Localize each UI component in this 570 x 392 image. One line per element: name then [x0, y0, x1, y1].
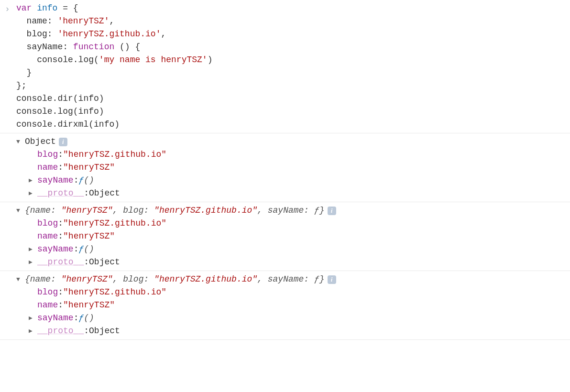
prop-key-name: name — [37, 299, 58, 312]
prop-proto-row[interactable]: ▶ __proto__: Object — [16, 256, 570, 269]
func-paren: () — [84, 312, 94, 325]
fn-close: } — [16, 68, 32, 77]
object-summary: {name: "henryTSZ", blog: "henryTSZ.githu… — [25, 273, 325, 286]
colon: : — [84, 187, 89, 200]
sum-k1: name: — [30, 274, 61, 284]
disclosure-right-icon[interactable]: ▶ — [29, 314, 35, 323]
colon: : — [74, 312, 79, 325]
fn-body-suffix: ) — [208, 55, 213, 65]
prop-blog-row[interactable]: blog: "henryTSZ.github.io" — [16, 148, 570, 161]
prop-val-proto: Object — [89, 256, 120, 269]
sep: , — [113, 274, 123, 284]
prop-val-blog: "henryTSZ.github.io" — [63, 148, 166, 161]
input-prompt-icon: › — [5, 2, 16, 131]
sum-v1: "henryTSZ" — [61, 206, 113, 215]
object-summary: {name: "henryTSZ", blog: "henryTSZ.githu… — [25, 204, 325, 217]
output-log: ▼ {name: "henryTSZ", blog: "henryTSZ.git… — [0, 202, 570, 271]
disclosure-right-icon[interactable]: ▶ — [29, 176, 35, 185]
prop-key-name: name — [37, 230, 58, 243]
call-console-log: console.log(info) — [16, 107, 104, 116]
sum-k2: blog: — [123, 274, 154, 284]
colon: : — [58, 217, 63, 230]
output-dir: ▼ Object i blog: "henryTSZ.github.io" na… — [0, 133, 570, 202]
output-dirxml: ▼ {name: "henryTSZ", blog: "henryTSZ.git… — [0, 271, 570, 340]
code-input[interactable]: var info = { name: 'henryTSZ', blog: 'he… — [16, 2, 212, 131]
object-header-row[interactable]: ▼ {name: "henryTSZ", blog: "henryTSZ.git… — [16, 273, 570, 286]
sum-v2: "henryTSZ.github.io" — [154, 274, 257, 284]
string-name: 'henryTSZ' — [57, 16, 109, 26]
colon: : — [58, 161, 63, 174]
func-f: ƒ — [78, 174, 84, 187]
prop-val-name: "henryTSZ" — [63, 161, 115, 174]
colon: : — [84, 325, 89, 338]
prop-proto-row[interactable]: ▶ __proto__: Object — [16, 187, 570, 200]
keyword-var: var — [16, 3, 32, 13]
prop-key-sayname: sayName — [37, 312, 74, 325]
info-icon[interactable]: i — [328, 207, 336, 215]
brace: { — [25, 274, 30, 284]
sum-v2: "henryTSZ.github.io" — [154, 206, 257, 215]
prop-key-blog: blog — [37, 148, 58, 161]
info-icon[interactable]: i — [59, 138, 67, 146]
prop-name-row[interactable]: name: "henryTSZ" — [16, 230, 570, 243]
operator-eq: = — [57, 3, 73, 13]
prop-key-sayname: sayName — [37, 243, 74, 256]
brace-open: { — [73, 3, 78, 13]
identifier-info: info — [37, 3, 57, 13]
prop-key-proto: __proto__ — [37, 325, 84, 338]
prop-name-row[interactable]: name: "henryTSZ" — [16, 299, 570, 312]
brace: } — [319, 274, 325, 284]
prop-proto-row[interactable]: ▶ __proto__: Object — [16, 325, 570, 338]
disclosure-right-icon[interactable]: ▶ — [29, 245, 35, 254]
prop-key-blog: blog — [37, 286, 58, 299]
prop-key-proto: __proto__ — [37, 256, 84, 269]
prop-val-proto: Object — [89, 187, 120, 200]
disclosure-right-icon[interactable]: ▶ — [29, 258, 35, 267]
func-paren: () — [84, 174, 94, 187]
colon: : — [84, 256, 89, 269]
fn-sig: () { — [114, 42, 140, 52]
sep: , — [257, 274, 268, 284]
sum-k3: sayName: — [268, 206, 314, 215]
disclosure-down-icon[interactable]: ▼ — [16, 275, 23, 284]
prop-blog-row[interactable]: blog: "henryTSZ.github.io" — [16, 286, 570, 299]
sum-v3: ƒ — [314, 206, 319, 215]
prop-val-blog: "henryTSZ.github.io" — [63, 217, 166, 230]
info-icon[interactable]: i — [328, 275, 336, 284]
disclosure-down-icon[interactable]: ▼ — [16, 137, 23, 147]
sum-k2: blog: — [123, 206, 154, 215]
keyword-function: function — [73, 42, 114, 52]
func-paren: () — [84, 243, 94, 256]
disclosure-down-icon[interactable]: ▼ — [16, 206, 23, 216]
disclosure-right-icon[interactable]: ▶ — [29, 189, 35, 198]
colon: : — [58, 286, 63, 299]
fn-body-prefix: console.log( — [16, 55, 99, 65]
prop-key-proto: __proto__ — [37, 187, 84, 200]
sum-k1: name: — [30, 206, 61, 215]
disclosure-right-icon[interactable]: ▶ — [29, 327, 35, 336]
prop-name-key: name: — [16, 16, 57, 26]
prop-sayname-row[interactable]: ▶ sayName: ƒ () — [16, 243, 570, 256]
sep: , — [257, 206, 268, 215]
sep: , — [113, 206, 123, 215]
colon: : — [74, 174, 79, 187]
object-header-row[interactable]: ▼ {name: "henryTSZ", blog: "henryTSZ.git… — [16, 204, 570, 217]
prop-key-blog: blog — [37, 217, 58, 230]
prop-val-proto: Object — [89, 325, 120, 338]
prop-sayname-row[interactable]: ▶ sayName: ƒ () — [16, 174, 570, 187]
object-header-row[interactable]: ▼ Object i — [16, 135, 570, 148]
prop-sayname-row[interactable]: ▶ sayName: ƒ () — [16, 312, 570, 325]
brace: } — [319, 206, 325, 215]
colon: : — [74, 243, 79, 256]
console-input-block: › var info = { name: 'henryTSZ', blog: '… — [0, 0, 570, 133]
string-blog: 'henryTSZ.github.io' — [57, 29, 161, 39]
prop-name-row[interactable]: name: "henryTSZ" — [16, 161, 570, 174]
comma-1: , — [109, 16, 114, 26]
sum-v3: ƒ — [314, 274, 319, 284]
func-f: ƒ — [78, 312, 84, 325]
prop-val-blog: "henryTSZ.github.io" — [63, 286, 166, 299]
object-label: Object — [25, 135, 56, 148]
string-myname: 'my name is henryTSZ' — [99, 55, 208, 65]
prop-key-name: name — [37, 161, 58, 174]
prop-blog-row[interactable]: blog: "henryTSZ.github.io" — [16, 217, 570, 230]
